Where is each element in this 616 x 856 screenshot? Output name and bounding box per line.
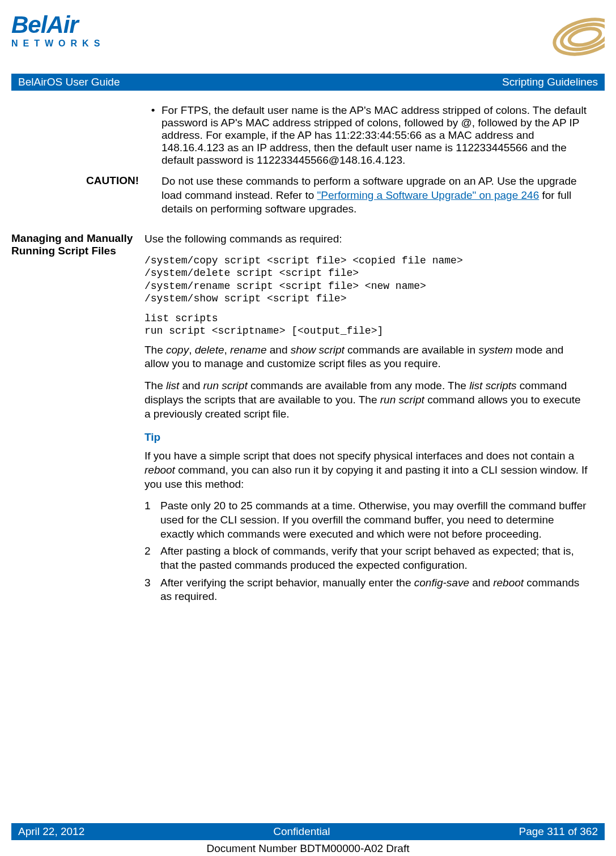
list-item: 2 After pasting a block of commands, ver… — [145, 544, 588, 572]
bullet-marker: • — [145, 104, 162, 167]
logo-text-bottom: NETWORKS — [11, 39, 105, 49]
swirl-icon — [531, 11, 605, 62]
footer-page: Page 311 of 362 — [519, 825, 598, 838]
section-heading: Managing and Manually Running Script Fil… — [11, 232, 145, 607]
svg-point-0 — [551, 14, 605, 61]
tip-intro: If you have a simple script that does no… — [145, 449, 588, 491]
title-bar: BelAirOS User Guide Scripting Guidelines — [11, 74, 605, 91]
tip-heading: Tip — [145, 431, 588, 444]
side-spacer — [11, 104, 145, 167]
footer-confidential: Confidential — [273, 825, 330, 838]
title-right: Scripting Guidelines — [502, 76, 598, 88]
para-copy-commands: The copy, delete, rename and show script… — [145, 343, 588, 371]
code-block-1: /system/copy script <script file> <copie… — [145, 254, 588, 305]
footer-date: April 22, 2012 — [18, 825, 84, 838]
software-upgrade-link[interactable]: "Performing a Software Upgrade" on page … — [317, 189, 539, 201]
caution-label: CAUTION! — [11, 174, 162, 224]
logo-text-top: BelAir — [11, 11, 105, 39]
header-logos: BelAir NETWORKS — [11, 11, 605, 74]
section-intro: Use the following commands as required: — [145, 232, 588, 246]
title-left: BelAirOS User Guide — [18, 76, 120, 88]
bullet-item: • For FTPS, the default user name is the… — [145, 104, 588, 167]
bullet-text: For FTPS, the default user name is the A… — [162, 104, 588, 167]
para-list-commands: The list and run script commands are ava… — [145, 379, 588, 421]
caution-text: Do not use these commands to perform a s… — [162, 174, 588, 216]
footer-bar: April 22, 2012 Confidential Page 311 of … — [11, 823, 605, 840]
document-number: Document Number BDTM00000-A02 Draft — [0, 842, 616, 855]
list-item: 3 After verifying the script behavior, m… — [145, 576, 588, 604]
belair-logo: BelAir NETWORKS — [11, 11, 105, 49]
list-item: 1 Paste only 20 to 25 commands at a time… — [145, 499, 588, 541]
numbered-list: 1 Paste only 20 to 25 commands at a time… — [145, 499, 588, 604]
code-block-2: list scripts run script <scriptname> [<o… — [145, 312, 588, 338]
